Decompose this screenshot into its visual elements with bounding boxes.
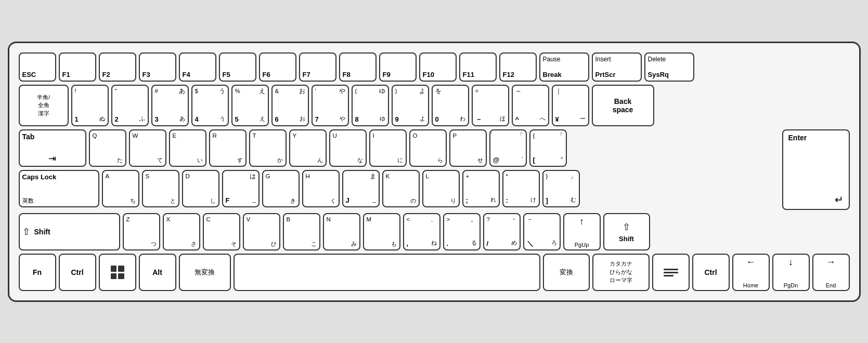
key-minus[interactable]: = －ほ <box>472 85 509 126</box>
key-7[interactable]: 'や 7や <box>312 85 349 126</box>
key-z[interactable]: Z つ <box>123 213 160 250</box>
key-u[interactable]: U な <box>329 129 367 167</box>
key-alt-left[interactable]: Alt <box>139 254 176 291</box>
key-f[interactable]: は F_ <box>222 170 260 207</box>
key-f5[interactable]: F5 <box>219 52 256 82</box>
key-h[interactable]: H く <box>302 170 340 207</box>
key-f12[interactable]: F12 <box>499 52 537 82</box>
key-a[interactable]: A ち <box>102 170 139 207</box>
key-f4[interactable]: F4 <box>179 52 216 82</box>
zxcv-key-row: ⇧ Shift Z つ X さ C そ V ひ <box>19 213 850 250</box>
key-f3[interactable]: F3 <box>139 52 176 82</box>
key-k[interactable]: K の <box>382 170 420 207</box>
key-q[interactable]: Q た <box>89 129 126 167</box>
key-menu[interactable] <box>652 254 690 291</box>
key-semicolon[interactable]: + ;れ <box>462 170 500 207</box>
key-n[interactable]: N み <box>323 213 360 250</box>
key-f2[interactable]: F2 <box>99 52 136 82</box>
key-f8[interactable]: F8 <box>339 52 377 82</box>
key-f9[interactable]: F9 <box>379 52 417 82</box>
key-backspace[interactable]: Backspace <box>592 85 654 126</box>
key-muhenkan[interactable]: 無変換 <box>179 254 231 291</box>
key-katakana[interactable]: カタカナひらがなローマ字 <box>592 254 650 291</box>
keyboard: ESC F1 F2 F3 F4 F5 F6 F7 F8 F9 F1 <box>8 42 861 302</box>
key-comma[interactable]: <、 ,ね <box>403 213 441 250</box>
key-fn[interactable]: Fn <box>19 254 56 291</box>
qwerty-key-row: Tab ⇥ Q た W て <box>19 129 780 167</box>
key-open-bracket[interactable]: ̀「 @゛ <box>489 129 527 167</box>
key-shift-right[interactable]: ⇧ Shift <box>603 213 650 250</box>
key-8[interactable]: (ゆ 8ゆ <box>352 85 389 126</box>
key-v[interactable]: V ひ <box>243 213 280 250</box>
key-o[interactable]: O ら <box>409 129 447 167</box>
key-period[interactable]: >。 .る <box>443 213 481 250</box>
key-j[interactable]: ま J_ <box>342 170 380 207</box>
key-insert-prtscr[interactable]: Insert PrtScr <box>592 52 642 82</box>
key-c[interactable]: C そ <box>203 213 240 250</box>
key-6[interactable]: &お 6お <box>271 85 309 126</box>
key-f1[interactable]: F1 <box>59 52 96 82</box>
key-windows[interactable] <box>99 254 136 291</box>
key-s[interactable]: S と <box>142 170 179 207</box>
key-x[interactable]: X さ <box>163 213 200 250</box>
key-2[interactable]: " 2ふ <box>111 85 149 126</box>
key-l[interactable]: L り <box>422 170 460 207</box>
key-b[interactable]: B こ <box>283 213 320 250</box>
asdf-key-row: Caps Lock 英数 A ち S と <box>19 170 780 207</box>
key-5[interactable]: %え 5え <box>231 85 269 126</box>
key-9[interactable]: )よ 9よ <box>392 85 429 126</box>
number-key-row: 半角/全角漢字 ! 1ぬ " 2ふ #あ 3あ $う <box>19 85 850 126</box>
key-tab[interactable]: Tab ⇥ <box>19 129 86 167</box>
key-g[interactable]: G き <box>262 170 300 207</box>
key-ro[interactable]: － ＼ろ <box>523 213 561 250</box>
key-equals[interactable]: ～ ^へ <box>512 85 549 126</box>
key-shift-left[interactable]: ⇧ Shift <box>19 213 120 250</box>
key-f10[interactable]: F10 <box>419 52 457 82</box>
key-r[interactable]: R す <box>209 129 247 167</box>
key-1[interactable]: ! 1ぬ <box>71 85 109 126</box>
key-d[interactable]: D し <box>182 170 219 207</box>
key-hankaku[interactable]: 半角/全角漢字 <box>19 85 69 126</box>
key-3[interactable]: #あ 3あ <box>151 85 189 126</box>
key-f11[interactable]: F11 <box>459 52 497 82</box>
key-ctrl-left[interactable]: Ctrl <box>59 254 96 291</box>
key-w[interactable]: W て <box>129 129 166 167</box>
key-pgdn[interactable]: ↓ PgDn <box>772 254 810 291</box>
key-home[interactable]: ← Home <box>732 254 770 291</box>
windows-icon <box>111 266 124 279</box>
fn-key-row: ESC F1 F2 F3 F4 F5 F6 F7 F8 F9 F1 <box>19 52 850 82</box>
key-4[interactable]: $う 4う <box>191 85 229 126</box>
key-i[interactable]: I に <box>369 129 407 167</box>
key-backslash-jp[interactable]: }」 ]む <box>542 170 580 207</box>
key-t[interactable]: T か <box>249 129 287 167</box>
key-0[interactable]: を 0わ <box>432 85 469 126</box>
key-e[interactable]: E い <box>169 129 206 167</box>
key-m[interactable]: M も <box>363 213 400 250</box>
key-f7[interactable]: F7 <box>299 52 336 82</box>
key-end[interactable]: → End <box>812 254 850 291</box>
key-pause-break[interactable]: Pause Break <box>539 52 589 82</box>
key-esc[interactable]: ESC <box>19 52 56 82</box>
bottom-key-row: Fn Ctrl Alt 無変換 変換 <box>19 254 850 291</box>
key-close-bracket[interactable]: {「 [° <box>529 129 567 167</box>
key-ctrl-right[interactable]: Ctrl <box>692 254 730 291</box>
key-pgup[interactable]: ↑ PgUp <box>563 213 601 250</box>
key-y[interactable]: Y ん <box>289 129 327 167</box>
key-delete-sysrq[interactable]: Delete SysRq <box>644 52 694 82</box>
key-f6[interactable]: F6 <box>259 52 296 82</box>
key-slash[interactable]: ?・ /め <box>483 213 521 250</box>
qwerty-enter-section: Tab ⇥ Q た W て <box>19 129 850 210</box>
key-backslash[interactable]: ｜ ¥ー <box>552 85 589 126</box>
key-caps-lock[interactable]: Caps Lock 英数 <box>19 170 99 207</box>
key-henkan[interactable]: 変換 <box>543 254 590 291</box>
key-enter[interactable]: Enter ↵ <box>782 129 850 210</box>
menu-icon <box>664 269 678 276</box>
key-space[interactable] <box>234 254 540 291</box>
key-quote[interactable]: * :け <box>502 170 540 207</box>
key-p[interactable]: P せ <box>449 129 487 167</box>
